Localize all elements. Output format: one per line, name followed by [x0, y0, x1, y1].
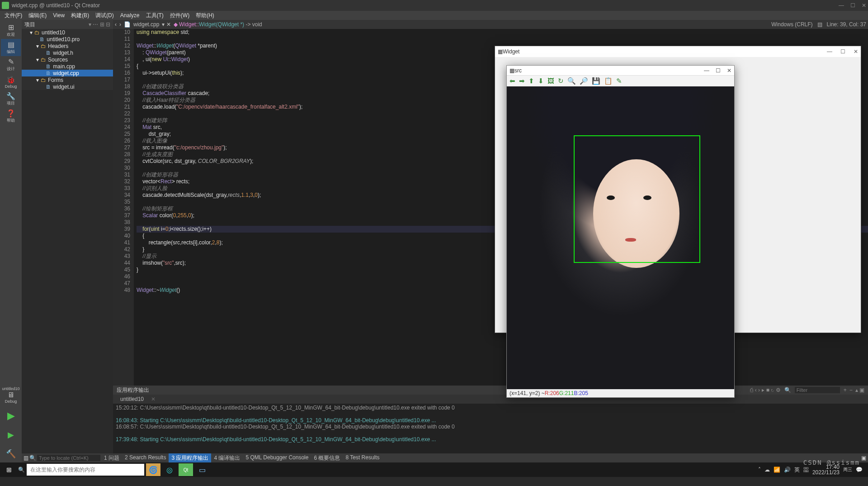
project-pane-header: 项目 ▾ ⋯ ⊞ ⊟: [22, 20, 113, 29]
minimize-button[interactable]: —: [839, 2, 844, 9]
remove-tab-icon[interactable]: −: [849, 387, 853, 393]
monitor-icon: 🖥: [7, 391, 14, 399]
tree-widget.ui[interactable]: 🗎 widget.ui: [22, 83, 113, 90]
bottom-tab-5[interactable]: 6 概要信息: [311, 453, 343, 463]
run-debug-button[interactable]: ▶: [1, 426, 21, 443]
add-tab-icon[interactable]: +: [844, 387, 847, 393]
src-maximize-button[interactable]: ☐: [716, 67, 721, 74]
menu-编辑(E)[interactable]: 编辑(E): [26, 11, 49, 20]
src-pixel-g: G:211: [559, 390, 574, 396]
bottom-tab-1[interactable]: 2 Search Results: [122, 453, 169, 463]
src-tool-1[interactable]: ➡: [519, 77, 525, 85]
src-tool-6[interactable]: 🔍: [567, 77, 576, 85]
tree-Headers[interactable]: ▾ 🗀 Headers: [22, 43, 113, 49]
locator-input[interactable]: [37, 455, 100, 461]
nav-fwd-icon[interactable]: ›: [119, 21, 121, 28]
src-tool-10[interactable]: ✎: [616, 77, 622, 85]
editor-breadcrumb-bar: ‹ › 📄 widget.cpp ▾ ✕ ◆ Widget::Widget(QW…: [113, 20, 868, 29]
target-name: untitled10: [2, 386, 19, 391]
src-tool-8[interactable]: 💾: [592, 77, 600, 85]
run-button[interactable]: ▶: [1, 407, 21, 424]
taskbar-search[interactable]: [27, 464, 144, 476]
tree-widget.cpp[interactable]: 🗎 widget.cpp: [22, 70, 113, 76]
cursor-position: Line: 39, Col: 37: [827, 21, 866, 28]
output-run-tab[interactable]: untitled10: [117, 395, 147, 403]
menu-调试(D)[interactable]: 调试(D): [93, 11, 117, 20]
tray-notifications-icon[interactable]: 💬: [856, 467, 863, 473]
start-button[interactable]: ⊞: [2, 463, 16, 476]
src-close-button[interactable]: ✕: [727, 67, 731, 74]
menu-文件(F)[interactable]: 文件(F): [2, 11, 25, 20]
bottom-tab-4[interactable]: 5 QML Debugger Console: [243, 453, 311, 463]
crumb-ret: -> void: [244, 21, 262, 28]
output-toolbar: ⎙ ‹ › ▶ ■ ↻ ⚙: [750, 387, 780, 393]
encoding-selector[interactable]: Windows (CRLF): [771, 21, 812, 28]
widget-window-title: Widget: [503, 48, 519, 55]
menu-View[interactable]: View: [50, 11, 67, 19]
taskbar-app-4[interactable]: ▭: [195, 463, 209, 476]
src-tool-4[interactable]: 🖼: [547, 77, 554, 85]
maximize-button[interactable]: ☐: [850, 2, 855, 9]
file-icon: 📄: [124, 21, 131, 28]
widget-maximize-button[interactable]: ☐: [840, 48, 845, 55]
src-tool-7[interactable]: 🔎: [580, 77, 588, 85]
rail-帮助[interactable]: ❓帮助: [1, 108, 21, 125]
tray-onedrive-icon[interactable]: ☁: [764, 467, 770, 473]
menu-构建(B)[interactable]: 构建(B): [68, 11, 92, 20]
src-image: [507, 86, 734, 389]
menu-控件(W)[interactable]: 控件(W): [167, 11, 192, 20]
output-pin-icon[interactable]: ▣: [861, 455, 866, 461]
rail-欢迎[interactable]: ⊞欢迎: [1, 22, 21, 39]
src-tool-3[interactable]: ⬇: [538, 77, 544, 85]
bottom-tab-2[interactable]: 3 应用程序输出: [169, 453, 211, 463]
tree-untitled10.pro[interactable]: 🗎 untitled10.pro: [22, 36, 113, 43]
window-title: widget.cpp @ untitled10 - Qt Creator: [12, 2, 100, 9]
tray-network-icon[interactable]: 📶: [774, 467, 780, 473]
build-button[interactable]: 🔨: [1, 445, 21, 462]
src-tool-5[interactable]: ↻: [558, 77, 564, 85]
rail-设计[interactable]: ✎设计: [1, 56, 21, 73]
tree-Sources[interactable]: ▾ 🗀 Sources: [22, 56, 113, 63]
rail-编辑[interactable]: ▤编辑: [1, 39, 21, 56]
menu-Analyze[interactable]: Analyze: [118, 11, 142, 19]
bottom-tab-6[interactable]: 8 Test Results: [343, 453, 382, 463]
tray-ime2[interactable]: 㗊: [803, 466, 809, 474]
editor-file[interactable]: widget.cpp: [133, 21, 159, 28]
src-tool-0[interactable]: ⬅: [509, 77, 515, 85]
close-button[interactable]: ✕: [862, 2, 866, 9]
src-cursor-xy: (x=141, y=2) ~: [509, 390, 545, 396]
target-selector[interactable]: untitled10 🖥 Debug: [1, 385, 21, 405]
taskbar-app-1[interactable]: 🌀: [146, 463, 160, 476]
bottom-tab-0[interactable]: 1 问题: [101, 453, 122, 463]
taskbar-qtcreator[interactable]: Qt: [179, 463, 193, 476]
src-tool-9[interactable]: 📋: [604, 77, 613, 85]
rail-Debug[interactable]: 🐞Debug: [1, 73, 21, 91]
src-tool-2[interactable]: ⬆: [528, 77, 534, 85]
output-filter[interactable]: [795, 387, 840, 393]
opencv-window[interactable]: ▦ src — ☐ ✕ ⬅➡⬆⬇🖼↻🔍🔎💾📋✎ (x=141, y=2) ~ R…: [506, 65, 735, 398]
output-pane: 应用程序输出 ⎙ ‹ › ▶ ■ ↻ ⚙ 🔍 +−▴ ▣ untitled10✕…: [113, 386, 868, 453]
widget-minimize-button[interactable]: —: [827, 48, 832, 55]
rail-项目[interactable]: 🔧项目: [1, 91, 21, 108]
menu-工具(T)[interactable]: 工具(T): [143, 11, 166, 20]
tree-Forms[interactable]: ▾ 🗀 Forms: [22, 76, 113, 83]
crumb-fn: Widget(QWidget *): [199, 21, 244, 28]
tree-main.cpp[interactable]: 🗎 main.cpp: [22, 63, 113, 70]
menu-帮助(H)[interactable]: 帮助(H): [193, 11, 217, 20]
tray-chevron-icon[interactable]: ˄: [758, 467, 761, 473]
bottom-tab-3[interactable]: 4 编译输出: [211, 453, 243, 463]
tree-untitled10[interactable]: ▾ 🗀 untitled10: [22, 29, 113, 36]
sidebar-toggle-icon[interactable]: ▥: [24, 455, 28, 461]
nav-back-icon[interactable]: ‹: [115, 21, 117, 28]
src-minimize-button[interactable]: —: [704, 67, 709, 74]
tree-widget.h[interactable]: 🗎 widget.h: [22, 49, 113, 56]
project-tree[interactable]: ▾ 🗀 untitled10 🗎 untitled10.pro▾ 🗀 Heade…: [22, 29, 113, 90]
watermark: CSDN @ssismm: [803, 459, 860, 466]
tray-ime[interactable]: 英: [794, 466, 800, 474]
project-pane-title: 项目: [24, 21, 35, 29]
src-status-bar: (x=141, y=2) ~ R:206 G:211 B:205: [507, 389, 734, 397]
windows-taskbar: ⊞ 🔍 🌀 ◎ Qt ▭ ˄ ☁ 📶 🔊 英 㗊 17:40 2022/11/2…: [0, 462, 868, 477]
widget-close-button[interactable]: ✕: [854, 48, 858, 55]
taskbar-edge[interactable]: ◎: [162, 463, 177, 476]
tray-volume-icon[interactable]: 🔊: [784, 467, 791, 473]
